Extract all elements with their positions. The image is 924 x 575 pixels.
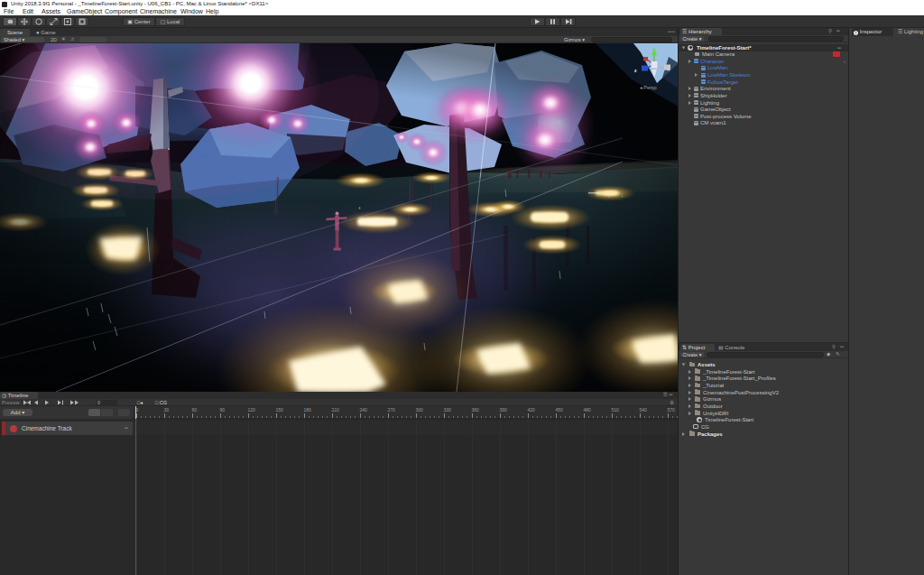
svg-text:◂ Persp: ◂ Persp [640,85,657,90]
